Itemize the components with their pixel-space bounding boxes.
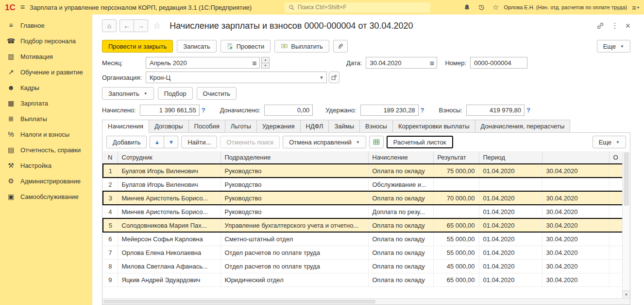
- grid-view-button[interactable]: [369, 136, 384, 148]
- attachments-button[interactable]: [333, 40, 348, 53]
- save-button[interactable]: Записать: [177, 40, 217, 53]
- cell-result[interactable]: 75 000,00: [433, 164, 479, 178]
- cell-department[interactable]: Юридический отдел: [220, 273, 368, 287]
- pay-button[interactable]: Выплатить: [274, 40, 329, 53]
- cell-accrual[interactable]: Оплата по окладу: [368, 232, 433, 246]
- col-header-o[interactable]: О: [609, 151, 623, 164]
- cell-accrual[interactable]: Доплата по резу...: [368, 205, 433, 218]
- organization-input[interactable]: Крон-Ц ▼: [146, 72, 327, 83]
- cancel-search-button[interactable]: Отменить поиск: [220, 136, 280, 148]
- cell-department[interactable]: Руководство: [220, 164, 368, 178]
- cell-department[interactable]: Руководство: [220, 191, 368, 205]
- cell-period-start[interactable]: 01.04.2020: [479, 218, 542, 232]
- main-menu-icon[interactable]: ≡: [20, 3, 25, 12]
- cell-period-start[interactable]: 01.04.2020: [479, 273, 542, 287]
- sidebar-item-taxes[interactable]: %Налоги и взносы: [0, 126, 92, 142]
- sidebar-item-main[interactable]: ≡Главное: [0, 18, 92, 33]
- cell-accrual[interactable]: Оплата по окладу: [368, 218, 433, 232]
- cell-period-end[interactable]: 30.04.2020: [542, 191, 609, 205]
- cell-period-start[interactable]: [479, 178, 542, 191]
- cell-department[interactable]: Руководство: [220, 205, 368, 218]
- cell-result[interactable]: [433, 178, 479, 191]
- more-button[interactable]: Еще▼: [597, 40, 630, 53]
- withheld-help-link[interactable]: ?: [421, 107, 424, 114]
- accrued-help-link[interactable]: ?: [202, 107, 205, 114]
- kebab-menu-icon[interactable]: ⋮: [611, 21, 618, 30]
- table-more-button[interactable]: Еще▼: [593, 136, 626, 148]
- pick-button[interactable]: Подбор: [158, 87, 193, 100]
- accrued-field[interactable]: 1 390 661,55: [140, 105, 200, 116]
- cell-period-end[interactable]: 30.04.2020: [542, 232, 609, 246]
- horizontal-scrollbar[interactable]: [102, 298, 630, 305]
- post-button[interactable]: Провести: [220, 40, 271, 53]
- current-user[interactable]: Орлова Е.Н. (Нач. отд. расчетов по оплат…: [504, 4, 627, 10]
- cell-employee[interactable]: Минчев Аристотель Борисо...: [118, 205, 220, 218]
- fill-button[interactable]: Заполнить▼: [102, 87, 154, 100]
- cell-department[interactable]: Сметно-штатный отдел: [220, 232, 368, 246]
- sidebar-item-settings[interactable]: ⚒Настройка: [0, 158, 92, 173]
- sidebar-item-hr[interactable]: ☻Кадры: [0, 80, 92, 95]
- cell-result[interactable]: 55 000,00: [433, 232, 479, 246]
- cell-period-end[interactable]: 30.04.2020: [542, 259, 609, 273]
- cell-period-end[interactable]: 30.04.2020: [542, 218, 609, 232]
- cell-period-start[interactable]: 01.04.2020: [479, 205, 542, 218]
- cell-accrual[interactable]: Оплата по окладу: [368, 164, 433, 178]
- tab-ndfl[interactable]: НДФЛ: [300, 120, 329, 133]
- cell-employee[interactable]: Орлова Елена Николаевна: [118, 246, 220, 259]
- global-search-input[interactable]: Поиск Ctrl+Shift+F: [285, 2, 430, 13]
- month-input[interactable]: Апрель 2020 ▦: [146, 57, 260, 69]
- cell-result[interactable]: [433, 205, 479, 218]
- withheld-field[interactable]: 189 230,28: [360, 105, 419, 116]
- cell-result[interactable]: 55 000,00: [433, 246, 479, 259]
- cell-period-end[interactable]: 30.04.2020: [542, 164, 609, 178]
- cell-employee[interactable]: Мейерсон Софья Карловна: [118, 232, 220, 246]
- sidebar-item-salary[interactable]: ▦Зарплата: [0, 95, 92, 111]
- cell-period-start[interactable]: 01.04.2020: [479, 191, 542, 205]
- cell-result[interactable]: 45 000,00: [433, 259, 479, 273]
- table-row[interactable]: 8Милова Светлана Афанась...Отдел расчето…: [103, 259, 623, 273]
- history-icon[interactable]: [478, 4, 485, 11]
- cell-result[interactable]: 65 000,00: [433, 273, 479, 287]
- forward-button[interactable]: →: [134, 19, 148, 32]
- home-button[interactable]: ⌂: [102, 19, 117, 32]
- step-up-button[interactable]: ▲: [262, 57, 269, 63]
- added-field[interactable]: 0,00: [264, 105, 313, 116]
- tab-privileges[interactable]: Льготы: [225, 120, 256, 133]
- contributions-field[interactable]: 419 979,80: [466, 105, 525, 116]
- cell-accrual[interactable]: Оплата по окладу: [368, 259, 433, 273]
- table-row[interactable]: 2Булатов Игорь ВиленовичРуководствоОбслу…: [103, 178, 623, 191]
- cell-period-end[interactable]: 30.04.2020: [542, 205, 609, 218]
- tab-benefits[interactable]: Пособия: [188, 120, 225, 133]
- table-row[interactable]: 4Минчев Аристотель Борисо...РуководствоД…: [103, 205, 623, 218]
- tab-contributions[interactable]: Взносы: [359, 120, 392, 133]
- add-row-button[interactable]: Добавить: [106, 136, 147, 148]
- cell-result[interactable]: 65 000,00: [433, 218, 479, 232]
- col-header-result[interactable]: Результат: [433, 151, 479, 164]
- scrollbar-thumb[interactable]: [103, 300, 375, 304]
- sidebar-item-motivation[interactable]: ▥Мотивация: [0, 49, 92, 64]
- contributions-help-link[interactable]: ?: [526, 107, 530, 114]
- step-down-button[interactable]: ▼: [262, 63, 269, 69]
- table-row[interactable]: 5Солодовникова Мария Пах...Управление бу…: [103, 218, 623, 232]
- cell-department[interactable]: Отдел расчетов по оплате труда: [220, 246, 368, 259]
- col-header-period-end[interactable]: [542, 151, 609, 164]
- calendar-icon[interactable]: ▦: [427, 57, 437, 68]
- cell-employee[interactable]: Булатов Игорь Виленович: [118, 178, 220, 191]
- scrollbar-thumb[interactable]: [624, 152, 629, 206]
- tab-deductions[interactable]: Удержания: [256, 120, 300, 133]
- cell-department[interactable]: Отдел расчетов по оплате труда: [220, 259, 368, 273]
- service-menu-icon[interactable]: ≡▾: [632, 3, 639, 12]
- cell-period-end[interactable]: [542, 178, 609, 191]
- vertical-scrollbar[interactable]: ▼: [622, 151, 630, 298]
- calendar-icon[interactable]: ▦: [250, 57, 259, 68]
- open-organization-button[interactable]: [329, 72, 339, 83]
- cell-result[interactable]: 70 000,00: [433, 191, 479, 205]
- tab-contracts[interactable]: Договоры: [149, 120, 188, 133]
- tab-payment-adjustments[interactable]: Корректировки выплаты: [392, 120, 475, 133]
- cell-period-start[interactable]: 01.04.2020: [479, 232, 542, 246]
- favorite-star-icon[interactable]: ☆: [153, 20, 161, 31]
- tab-recalculations[interactable]: Доначисления, перерасчеты: [475, 120, 571, 133]
- col-header-accrual[interactable]: Начисление: [368, 151, 433, 164]
- cell-accrual[interactable]: Оплата по окладу: [368, 273, 433, 287]
- tab-accruals[interactable]: Начисления: [102, 120, 149, 133]
